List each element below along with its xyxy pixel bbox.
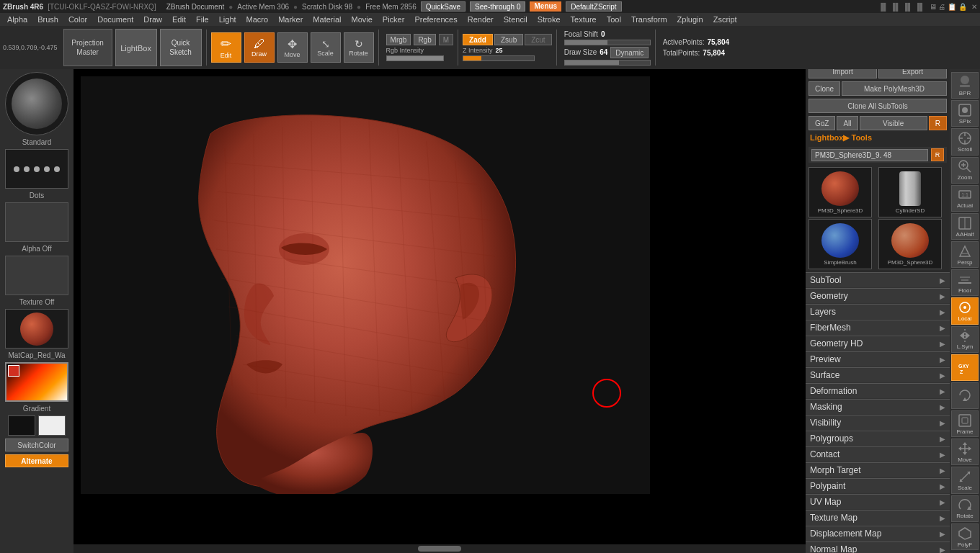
menus-button[interactable]: Menus xyxy=(530,1,561,12)
current-tool-r-button[interactable]: R xyxy=(931,148,944,161)
white-swatch[interactable] xyxy=(38,415,66,436)
section-masking[interactable]: Masking ▶ xyxy=(806,399,950,415)
tool-thumb-pm3d-sphere[interactable]: PM3D_Sphere3D xyxy=(808,167,872,217)
matcap-preview[interactable] xyxy=(5,309,68,349)
section-texture-map[interactable]: Texture Map ▶ xyxy=(806,510,950,526)
color-swatch[interactable] xyxy=(5,362,68,402)
projection-master-button[interactable]: Projection Master xyxy=(63,29,112,66)
zadd-button[interactable]: Zadd xyxy=(463,34,493,45)
draw-size-slider[interactable] xyxy=(564,60,651,66)
section-fibermesh[interactable]: FiberMesh ▶ xyxy=(806,320,950,336)
rotate-button[interactable]: ↻ Rotate xyxy=(344,32,374,63)
rgb-button[interactable]: Rgb xyxy=(414,34,435,45)
canvas-area[interactable] xyxy=(74,69,806,553)
black-swatch[interactable] xyxy=(8,415,35,436)
tool-thumb-pm3d-sphere2[interactable]: PM3D_Sphere3D xyxy=(878,219,942,269)
section-surface[interactable]: Surface ▶ xyxy=(806,367,950,383)
menu-texture[interactable]: Texture xyxy=(566,13,601,26)
bpr-icon[interactable]: BPR xyxy=(951,72,979,99)
menu-transform[interactable]: Transform xyxy=(627,13,672,26)
section-polypaint[interactable]: Polypaint ▶ xyxy=(806,478,950,494)
clone-button[interactable]: Clone xyxy=(808,81,840,96)
menu-draw[interactable]: Draw xyxy=(139,13,166,26)
section-geometry-hd[interactable]: Geometry HD ▶ xyxy=(806,336,950,351)
dynamic-button[interactable]: Dynamic xyxy=(610,47,649,58)
menu-marker[interactable]: Marker xyxy=(274,13,307,26)
alpha-preview[interactable] xyxy=(5,202,68,242)
menu-zplugin[interactable]: Zplugin xyxy=(673,13,708,26)
lightbox-tools-label[interactable]: Lightbox▶ Tools xyxy=(806,130,950,145)
texture-preview[interactable] xyxy=(5,256,68,295)
menu-tool[interactable]: Tool xyxy=(602,13,625,26)
scale-button[interactable]: ⤡ Scale xyxy=(311,32,341,63)
zoom-icon[interactable]: Zoom xyxy=(951,157,979,184)
dots-preview[interactable] xyxy=(5,149,68,189)
section-deformation[interactable]: Deformation ▶ xyxy=(806,383,950,399)
menu-light[interactable]: Light xyxy=(215,13,241,26)
zsub-button[interactable]: Zsub xyxy=(494,34,523,45)
brush-preview[interactable] xyxy=(5,72,68,135)
visible-button[interactable]: Visible xyxy=(860,116,927,130)
actual-icon[interactable]: 1:1 Actual xyxy=(951,185,979,212)
aahalf-icon[interactable]: AAHalf xyxy=(951,213,979,240)
scroll-icon[interactable]: Scroll xyxy=(951,128,979,155)
default-zscript-button[interactable]: DefaultZScript xyxy=(566,1,621,12)
section-polygroups[interactable]: Polygroups ▶ xyxy=(806,431,950,446)
clone-all-subtools-button[interactable]: Clone All SubTools xyxy=(808,99,947,113)
section-morph-target[interactable]: Morph Target ▶ xyxy=(806,462,950,478)
section-geometry[interactable]: Geometry ▶ xyxy=(806,288,950,304)
lightbox-button[interactable]: LightBox xyxy=(115,29,157,66)
menu-edit[interactable]: Edit xyxy=(168,13,190,26)
move-handle-icon[interactable]: Move xyxy=(951,439,979,465)
see-through-button[interactable]: See-through 0 xyxy=(470,1,525,12)
persp-icon[interactable]: Persp xyxy=(951,241,979,268)
z-intensity-slider[interactable] xyxy=(463,55,535,61)
make-polymesh-button[interactable]: Make PolyMesh3D xyxy=(842,81,947,96)
floor-icon[interactable]: Floor xyxy=(951,269,979,296)
section-uv-map[interactable]: UV Map ▶ xyxy=(806,494,950,510)
zcut-button[interactable]: Zcut xyxy=(525,34,551,45)
quick-sketch-button[interactable]: Quick Sketch xyxy=(160,29,202,66)
quicksave-button[interactable]: QuickSave xyxy=(421,1,466,12)
menu-movie[interactable]: Movie xyxy=(347,13,376,26)
canvas-scrollbar[interactable] xyxy=(74,544,806,553)
section-displacement-map[interactable]: Displacement Map ▶ xyxy=(806,526,950,541)
goz-button[interactable]: GoZ xyxy=(808,116,835,130)
section-preview[interactable]: Preview ▶ xyxy=(806,351,950,367)
edit-button[interactable]: ✏ Edit xyxy=(211,32,241,63)
section-subtool[interactable]: SubTool ▶ xyxy=(806,272,950,288)
section-visibility[interactable]: Visibility ▶ xyxy=(806,415,950,431)
m-button[interactable]: M xyxy=(439,34,453,45)
focal-slider[interactable] xyxy=(564,40,651,45)
lsym-icon[interactable]: L.Sym xyxy=(951,326,979,353)
menu-color[interactable]: Color xyxy=(64,13,92,26)
r-button[interactable]: R xyxy=(929,116,947,130)
menu-macro[interactable]: Macro xyxy=(242,13,273,26)
menu-preferences[interactable]: Preferences xyxy=(410,13,461,26)
tool-thumb-simple-brush[interactable]: SimpleBrush xyxy=(808,219,872,269)
rotate2-handle-icon[interactable]: Rotate xyxy=(951,495,979,522)
local-icon[interactable]: Local xyxy=(951,297,979,324)
section-normal-map[interactable]: Normal Map ▶ xyxy=(806,541,950,553)
menu-material[interactable]: Material xyxy=(308,13,345,26)
rgb-intensity-slider[interactable] xyxy=(386,55,444,61)
polyf-icon[interactable]: PolyF xyxy=(951,523,979,550)
section-contact[interactable]: Contact ▶ xyxy=(806,446,950,462)
section-layers[interactable]: Layers ▶ xyxy=(806,304,950,320)
menu-render[interactable]: Render xyxy=(463,13,498,26)
switch-color-button[interactable]: SwitchColor xyxy=(5,439,68,451)
menu-stroke[interactable]: Stroke xyxy=(533,13,565,26)
canvas-scroll-thumb[interactable] xyxy=(418,546,461,552)
frame-icon[interactable]: Frame xyxy=(951,410,979,437)
menu-zscript[interactable]: Zscript xyxy=(709,13,741,26)
gxyz-icon[interactable]: GXYZ xyxy=(951,354,979,381)
draw-button[interactable]: 🖊 Draw xyxy=(244,32,275,63)
mrgb-button[interactable]: Mrgb xyxy=(386,34,411,45)
menu-document[interactable]: Document xyxy=(93,13,138,26)
current-tool-name[interactable]: PM3D_Sphere3D_9. 48 xyxy=(811,149,928,161)
menu-stencil[interactable]: Stencil xyxy=(499,13,532,26)
move-button[interactable]: ✥ Move xyxy=(277,32,308,63)
alternate-button[interactable]: Alternate xyxy=(5,454,68,467)
menu-brush[interactable]: Brush xyxy=(33,13,63,26)
all-button[interactable]: All xyxy=(837,116,858,130)
